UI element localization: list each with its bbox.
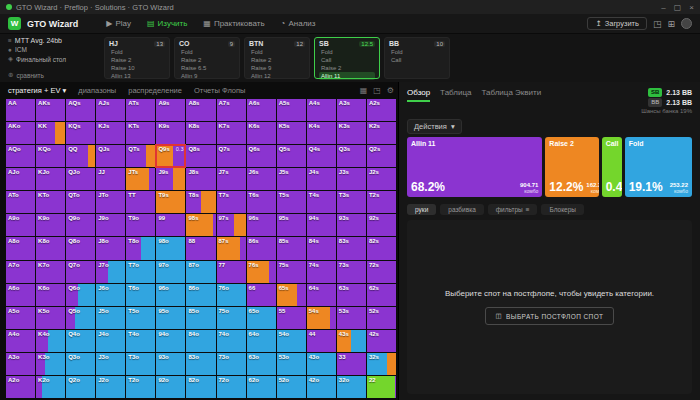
hand-cell-j3s[interactable]: J3s — [337, 168, 366, 190]
hand-cell-t4s[interactable]: T4s — [307, 191, 336, 213]
hand-cell-42o[interactable]: 42o — [307, 376, 336, 398]
hand-cell-94o[interactable]: 94o — [156, 330, 185, 352]
hand-cell-74s[interactable]: 74s — [307, 261, 336, 283]
position-panel-co[interactable]: CO9FoldRaise 2Raise 6.5Allin 9 — [174, 37, 240, 79]
position-action-allin-13[interactable]: Allin 13 — [109, 72, 165, 80]
hand-cell-kts[interactable]: KTs — [126, 122, 155, 144]
hand-cell-42s[interactable]: 42s — [367, 330, 396, 352]
hand-cell-k7o[interactable]: K7o — [36, 261, 65, 283]
hand-cell-86o[interactable]: 86o — [186, 284, 215, 306]
hand-cell-k6o[interactable]: K6o — [36, 284, 65, 306]
hand-cell-aqo[interactable]: AQo — [6, 145, 35, 167]
settings-gear-icon[interactable]: ⚙ — [387, 86, 394, 95]
hand-cell-a4s[interactable]: A4s — [307, 99, 336, 121]
hand-cell-82s[interactable]: 82s — [367, 237, 396, 259]
hand-cell-82o[interactable]: 82o — [186, 376, 215, 398]
hand-cell-j2s[interactable]: J2s — [367, 168, 396, 190]
hand-cell-kqo[interactable]: KQo — [36, 145, 65, 167]
action-card-call[interactable]: Call0.4%5.78комбо — [602, 137, 622, 197]
hand-cell-62s[interactable]: 62s — [367, 284, 396, 306]
hand-cell-j8o[interactable]: J8o — [96, 237, 125, 259]
hand-cell-j9s[interactable]: J9s — [156, 168, 185, 190]
hand-cell-q4s[interactable]: Q4s — [307, 145, 336, 167]
hand-cell-q8o[interactable]: Q8o — [66, 237, 95, 259]
hand-cell-q3o[interactable]: Q3o — [66, 353, 95, 375]
hand-cell-64s[interactable]: 64s — [307, 284, 336, 306]
sub-tab-2[interactable]: разбивка — [440, 204, 483, 215]
hand-cell-t6o[interactable]: T6o — [126, 284, 155, 306]
hand-cell-k4o[interactable]: K4o — [36, 330, 65, 352]
hand-cell-j7s[interactable]: J7s — [217, 168, 246, 190]
hand-cell-95s[interactable]: 95s — [277, 214, 306, 236]
final-table-setting[interactable]: ◈ Финальный стол — [8, 55, 96, 63]
position-action-allin-9[interactable]: Allin 9 — [179, 72, 235, 80]
position-action-raise-6.5[interactable]: Raise 6.5 — [179, 64, 235, 72]
position-action-fold[interactable]: Fold — [109, 48, 165, 56]
hand-cell-64o[interactable]: 64o — [247, 330, 276, 352]
solution-preset[interactable]: ≡ MTT Avg. 24bb — [8, 37, 96, 44]
hand-cell-a5o[interactable]: A5o — [6, 307, 35, 329]
position-action-raise-10[interactable]: Raise 10 — [109, 64, 165, 72]
position-action-raise-9[interactable]: Raise 9 — [249, 64, 305, 72]
hand-cell-ats[interactable]: ATs — [126, 99, 155, 121]
hand-cell-75o[interactable]: 75o — [217, 307, 246, 329]
hand-cell-ajo[interactable]: AJo — [6, 168, 35, 190]
hand-cell-q8s[interactable]: Q8s — [186, 145, 215, 167]
sub-tab-1[interactable]: руки — [407, 204, 436, 215]
layout-grid-icon[interactable]: ▦ — [360, 86, 368, 95]
hand-cell-54s[interactable]: 54s — [307, 307, 336, 329]
hand-cell-73s[interactable]: 73s — [337, 261, 366, 283]
hand-cell-a3s[interactable]: A3s — [337, 99, 366, 121]
hand-cell-t2s[interactable]: T2s — [367, 191, 396, 213]
position-action-fold[interactable]: Fold — [249, 48, 305, 56]
action-card-allin-11[interactable]: Allin 1168.2%904.71комбо — [407, 137, 542, 197]
position-panel-hj[interactable]: HJ13FoldRaise 2Raise 10Allin 13 — [104, 37, 170, 79]
hand-cell-q6o[interactable]: Q6o — [66, 284, 95, 306]
hand-cell-k6s[interactable]: K6s — [247, 122, 276, 144]
hand-cell-k2s[interactable]: K2s — [367, 122, 396, 144]
hand-cell-k2o[interactable]: K2o — [36, 376, 65, 398]
icm-setting[interactable]: ● ICM — [8, 46, 96, 53]
hand-cell-a5s[interactable]: A5s — [277, 99, 306, 121]
hand-cell-93o[interactable]: 93o — [156, 353, 185, 375]
position-panel-btn[interactable]: BTN12FoldRaise 2Raise 9Allin 12 — [244, 37, 310, 79]
position-action-call[interactable]: Call — [389, 56, 445, 64]
hand-cell-t2o[interactable]: T2o — [126, 376, 155, 398]
position-action-fold[interactable]: Fold — [319, 48, 375, 56]
minimize-icon[interactable]: – — [661, 3, 665, 12]
hand-cell-92o[interactable]: 92o — [156, 376, 185, 398]
hand-cell-j4o[interactable]: J4o — [96, 330, 125, 352]
hand-cell-t6s[interactable]: T6s — [247, 191, 276, 213]
expand-icon[interactable]: ◳ — [373, 86, 381, 95]
hand-cell-96s[interactable]: 96s — [247, 214, 276, 236]
hand-cell-k3o[interactable]: K3o — [36, 353, 65, 375]
matrix-tab-4[interactable]: Отчеты Флопы — [194, 86, 246, 95]
hand-cell-j9o[interactable]: J9o — [96, 214, 125, 236]
upload-button[interactable]: ↥ Загрузить — [587, 17, 647, 30]
hand-cell-t4o[interactable]: T4o — [126, 330, 155, 352]
hand-cell-j2o[interactable]: J2o — [96, 376, 125, 398]
position-action-fold[interactable]: Fold — [389, 48, 445, 56]
hand-cell-53o[interactable]: 53o — [277, 353, 306, 375]
hand-cell-t7s[interactable]: T7s — [217, 191, 246, 213]
hand-cell-83o[interactable]: 83o — [186, 353, 215, 375]
hand-cell-44[interactable]: 44 — [307, 330, 336, 352]
hand-cell-a8o[interactable]: A8o — [6, 237, 35, 259]
hand-cell-aqs[interactable]: AQs — [66, 99, 95, 121]
hand-cell-74o[interactable]: 74o — [217, 330, 246, 352]
hand-cell-84o[interactable]: 84o — [186, 330, 215, 352]
position-panel-sb[interactable]: SB12.5FoldCallRaise 2Allin 11 — [314, 37, 380, 79]
hand-cell-76o[interactable]: 76o — [217, 284, 246, 306]
hand-cell-a7s[interactable]: A7s — [217, 99, 246, 121]
hand-cell-94s[interactable]: 94s — [307, 214, 336, 236]
hand-cell-qjs[interactable]: QJs — [96, 145, 125, 167]
hand-cell-55[interactable]: 55 — [277, 307, 306, 329]
hand-cell-87s[interactable]: 87s — [217, 237, 246, 259]
position-action-call[interactable]: Call — [319, 56, 375, 64]
hand-cell-52o[interactable]: 52o — [277, 376, 306, 398]
hand-cell-76s[interactable]: 76s — [247, 261, 276, 283]
position-action-raise-2[interactable]: Raise 2 — [319, 64, 375, 72]
hand-cell-86s[interactable]: 86s — [247, 237, 276, 259]
position-action-allin-12[interactable]: Allin 12 — [249, 72, 305, 80]
hand-cell-54o[interactable]: 54o — [277, 330, 306, 352]
